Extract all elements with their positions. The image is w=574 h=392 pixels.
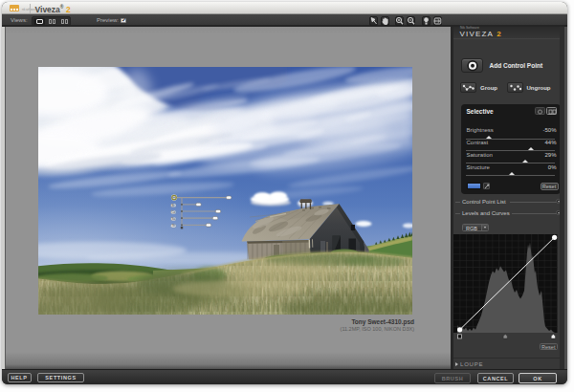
svg-text:Co: Co [171, 210, 175, 214]
svg-text:St: St [172, 224, 175, 228]
svg-text:Sa: Sa [171, 217, 175, 221]
svg-text:Br: Br [172, 204, 175, 207]
